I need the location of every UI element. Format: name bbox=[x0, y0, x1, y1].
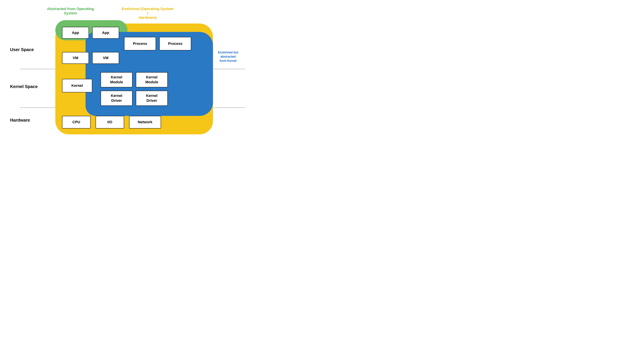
label-user-space: User Space bbox=[10, 47, 44, 52]
box-kernel-driver1: KernelDriver bbox=[100, 91, 132, 106]
box-app1: App bbox=[62, 27, 89, 39]
box-kernel-module2: KernelModule bbox=[136, 72, 168, 87]
label-kernel-space: Kernel Space bbox=[10, 84, 44, 89]
box-vm1: VM bbox=[62, 52, 89, 64]
legend-green-label: Abstracted from Operating System bbox=[44, 7, 97, 16]
box-io: I/O bbox=[96, 116, 124, 128]
box-process1: Process bbox=[124, 37, 156, 50]
legend-blue-right-label: Enshrined but abstractedfrom Kernel bbox=[215, 50, 242, 63]
box-kernel-module1: KernelKernel ModuleModule bbox=[100, 72, 132, 87]
box-kernel: Kernel bbox=[62, 79, 92, 92]
label-hardware: Hardware bbox=[10, 118, 44, 123]
box-cpu: CPU bbox=[62, 116, 90, 128]
box-app2: App bbox=[92, 27, 119, 39]
box-process2: Process bbox=[159, 37, 191, 50]
box-kernel-driver2: KernelDriver bbox=[136, 91, 168, 106]
legend-yellow-label: Enshrined (Operating System +Hardware) bbox=[121, 7, 174, 20]
box-network: Network bbox=[129, 116, 161, 128]
diagram-container: Abstracted from Operating System Enshrin… bbox=[10, 3, 245, 141]
box-vm2: VM bbox=[92, 52, 119, 64]
